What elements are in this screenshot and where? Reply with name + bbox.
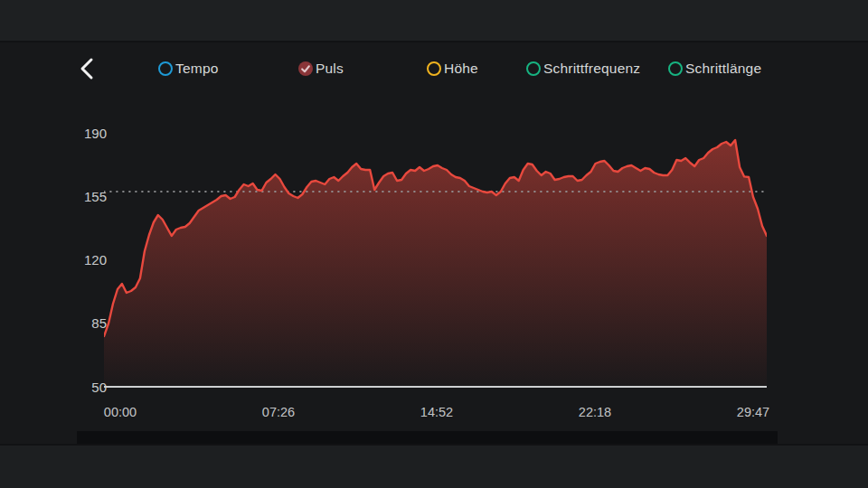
y-tick-120: 120 (67, 251, 107, 269)
timeline-scrollbar[interactable] (77, 431, 778, 444)
tab-tempo-label: Tempo (175, 61, 219, 77)
workout-chart-screen: Tempo Puls Höhe Schrittfrequenz Schrittl… (0, 0, 868, 488)
puls-check-icon (298, 61, 313, 76)
x-tick-2218: 22:18 (563, 403, 627, 421)
tab-hoehe[interactable]: Höhe (427, 58, 478, 80)
back-button[interactable] (77, 56, 99, 81)
x-tick-0726: 07:26 (247, 403, 310, 421)
hoehe-ring-icon (427, 61, 441, 76)
x-tick-1452: 14:52 (405, 403, 468, 421)
bottom-bar (0, 444, 868, 488)
tab-schrittfrequenz-label: Schrittfrequenz (543, 61, 640, 77)
tab-schrittlaenge[interactable]: Schrittlänge (668, 58, 761, 80)
tab-puls-label: Puls (316, 61, 344, 77)
tab-puls[interactable]: Puls (298, 58, 344, 80)
pulse-area-fill (104, 140, 767, 387)
tab-schrittlaenge-label: Schrittlänge (685, 61, 761, 77)
heart-rate-chart[interactable] (104, 134, 767, 389)
y-tick-190: 190 (67, 125, 107, 143)
tab-tempo[interactable]: Tempo (158, 58, 219, 80)
y-tick-155: 155 (67, 188, 107, 206)
schrittlaenge-ring-icon (668, 61, 683, 76)
pulse-chart-svg (104, 134, 767, 389)
tab-schrittfrequenz[interactable]: Schrittfrequenz (526, 58, 640, 80)
schrittfrequenz-ring-icon (526, 61, 541, 76)
chevron-left-icon (77, 56, 99, 81)
status-bar (0, 0, 868, 42)
tempo-ring-icon (158, 61, 173, 76)
x-tick-0000: 00:00 (89, 403, 152, 421)
y-tick-85: 85 (67, 314, 107, 333)
tab-hoehe-label: Höhe (444, 61, 478, 77)
x-tick-2947: 29:47 (722, 403, 785, 421)
y-tick-50: 50 (67, 379, 107, 397)
